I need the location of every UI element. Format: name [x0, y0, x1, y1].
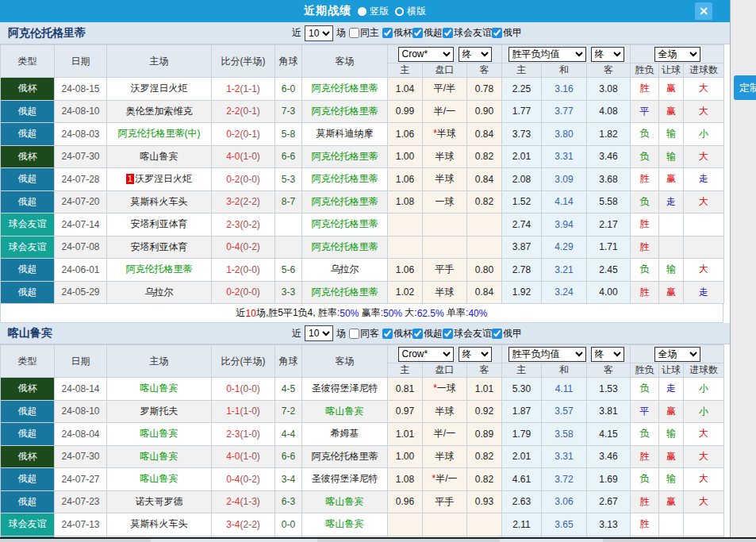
- match-date: 24-06-01: [55, 259, 107, 282]
- home-team: 沃罗涅日火炬: [135, 173, 192, 184]
- league-checkbox[interactable]: [382, 28, 393, 38]
- league-filter-2[interactable]: 球会友谊: [443, 327, 492, 340]
- score: 0-2(0-0): [212, 281, 275, 304]
- corner-score: [275, 236, 302, 259]
- league-filter-3[interactable]: 俄甲: [492, 327, 522, 340]
- final-select-3[interactable]: 终: [459, 347, 492, 362]
- wdl-avg-select[interactable]: 胜平负均值: [508, 47, 586, 62]
- final-select-2[interactable]: 终: [591, 47, 624, 62]
- league-badge: 球会友谊: [1, 513, 55, 536]
- close-icon[interactable]: ✕: [695, 2, 712, 20]
- away-team-title: 喀山鲁宾: [0, 326, 52, 340]
- avg-draw-odds: 3.58: [542, 423, 587, 446]
- section-header-away-team: 喀山鲁宾 近 10 场 同客 俄杯俄超球会友谊俄甲: [0, 323, 730, 344]
- league-filter-1[interactable]: 俄超: [413, 327, 443, 340]
- result-handicap: [659, 513, 684, 536]
- customize-button[interactable]: 定制: [734, 75, 756, 100]
- league-checkbox[interactable]: [413, 28, 423, 38]
- rank-badge: 1: [126, 174, 134, 184]
- filters-bar-2: 近 10 场 同客 俄杯俄超球会友谊俄甲: [292, 323, 522, 344]
- fulltime-score: 0-2: [226, 174, 240, 185]
- subcol-handicap-away-2: 客: [467, 363, 502, 378]
- final-select-1[interactable]: 终: [459, 47, 492, 62]
- table-row: 球会友谊 24-07-08 安塔利亚体育 0-4(0-2) 阿克伦托格里蒂 3.…: [1, 236, 724, 259]
- table-row: 俄超 24-08-04 喀山鲁宾 2-3(1-0) 4-4 希姆基 1.01 半…: [1, 423, 724, 446]
- league-checkbox[interactable]: [443, 329, 453, 339]
- league-label: 俄超: [424, 327, 443, 340]
- home-team: 喀山鲁宾: [140, 451, 178, 462]
- avg-home-odds: 1.87: [502, 400, 542, 423]
- games-label: 场: [336, 26, 346, 40]
- league-badge: 俄杯: [1, 445, 55, 468]
- subcol-wdl-2: 胜负: [631, 363, 659, 378]
- bookmaker-select[interactable]: Crow*: [398, 47, 454, 62]
- avg-draw-odds: 4.14: [542, 190, 587, 213]
- same-venue-checkbox-2[interactable]: 同客: [349, 327, 379, 340]
- fulltime-score: 2-3: [226, 429, 240, 440]
- summary-segment: 近: [236, 306, 246, 320]
- final-select-4[interactable]: 终: [591, 347, 624, 362]
- home-team: 安塔利亚体育: [131, 241, 188, 252]
- same-venue-checkbox-input-2[interactable]: [349, 329, 359, 339]
- league-filter-2[interactable]: 球会友谊: [443, 26, 492, 40]
- league-checkbox[interactable]: [443, 28, 453, 38]
- horizontal-scrollbar[interactable]: [0, 537, 756, 542]
- avg-home-odds: 3.73: [502, 123, 542, 146]
- same-venue-checkbox[interactable]: 同主: [349, 26, 379, 40]
- result-goals: 大: [684, 423, 724, 446]
- radio-unselected-icon: [395, 7, 404, 16]
- odds-handicap: 一球: [423, 190, 467, 213]
- stats-summary: 近10场,胜5平1负4, 胜率:50% 赢率:50% 大:62.5% 单率:40…: [0, 304, 723, 323]
- league-checkbox[interactable]: [382, 329, 393, 339]
- odds-handicap: 平手: [423, 490, 467, 513]
- odds-home: [388, 213, 423, 236]
- league-filter-1[interactable]: 俄超: [413, 26, 443, 40]
- vertical-layout-radio[interactable]: 竖版: [358, 5, 389, 18]
- avg-draw-odds: 3.21: [542, 259, 587, 282]
- league-badge: 俄超: [1, 123, 55, 146]
- league-filter-0[interactable]: 俄杯: [382, 327, 413, 340]
- wdl-avg-select-2[interactable]: 胜平负均值: [508, 347, 586, 362]
- odds-away: 0.92: [467, 400, 502, 423]
- result-handicap: 输: [659, 423, 684, 446]
- games-label-2: 场: [336, 327, 346, 340]
- avg-draw-odds: 3.57: [542, 400, 587, 423]
- league-checkbox[interactable]: [492, 329, 502, 339]
- avg-home-odds: 1.77: [502, 100, 542, 123]
- league-label: 球会友谊: [454, 327, 492, 340]
- home-team: 乌拉尔: [145, 286, 174, 298]
- result-wdl: 胜: [631, 168, 659, 191]
- avg-draw-odds: 3.09: [542, 168, 587, 191]
- avg-draw-odds: 4.29: [542, 236, 587, 259]
- odds-home: 1.00: [388, 145, 423, 168]
- league-badge: 俄杯: [1, 78, 55, 101]
- league-checkbox[interactable]: [413, 329, 423, 339]
- horizontal-layout-radio[interactable]: 横版: [395, 5, 426, 18]
- col-away: 客场: [302, 45, 388, 78]
- league-badge: 俄超: [1, 400, 55, 423]
- recent-count-select-2[interactable]: 10: [305, 325, 333, 341]
- odds-handicap: 半/一: [423, 423, 467, 446]
- scope-select-2[interactable]: 全场: [654, 347, 700, 362]
- recent-results-popup: 近期战绩 竖版 横版 ✕ 阿克伦托格里蒂 近 10 场 同主 俄杯俄超球会友谊俄…: [0, 0, 731, 537]
- league-badge: 俄超: [1, 468, 55, 491]
- halftime-score: (0-2): [240, 219, 260, 230]
- result-wdl: 负: [631, 423, 659, 446]
- scope-select[interactable]: 全场: [654, 47, 700, 62]
- odds-handicap: *半球: [423, 123, 467, 146]
- league-filter-3[interactable]: 俄甲: [492, 26, 522, 40]
- league-filter-0[interactable]: 俄杯: [382, 26, 413, 40]
- recent-count-select[interactable]: 10: [305, 25, 333, 41]
- league-checkbox[interactable]: [492, 28, 502, 38]
- same-venue-checkbox-input[interactable]: [349, 28, 359, 38]
- bookmaker-select-2[interactable]: Crow*: [398, 347, 454, 362]
- handicap-label: 平手: [436, 496, 455, 507]
- result-goals: 走: [684, 168, 724, 191]
- odds-handicap: 半球: [423, 445, 467, 468]
- summary-segment: 40%: [468, 308, 487, 319]
- league-badge: 俄超: [1, 190, 55, 213]
- halftime-score: (0-0): [240, 174, 260, 185]
- result-wdl: 胜: [631, 445, 659, 468]
- match-date: 24-07-30: [55, 145, 107, 168]
- score: 2-3(0-2): [212, 213, 275, 236]
